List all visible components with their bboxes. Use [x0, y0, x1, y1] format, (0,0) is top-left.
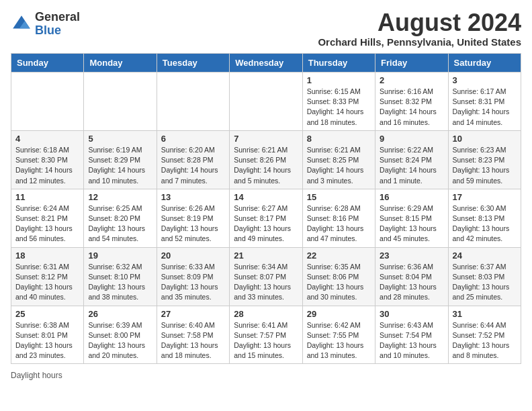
day-info: Sunrise: 6:21 AM Sunset: 8:25 PM Dayligh… [307, 145, 371, 186]
day-info: Sunrise: 6:20 AM Sunset: 8:28 PM Dayligh… [161, 145, 225, 186]
day-number: 5 [88, 134, 152, 144]
calendar-cell: 16Sunrise: 6:29 AM Sunset: 8:15 PM Dayli… [375, 189, 448, 247]
calendar-cell [84, 73, 157, 131]
calendar-cell: 3Sunrise: 6:17 AM Sunset: 8:31 PM Daylig… [448, 73, 521, 131]
day-info: Sunrise: 6:16 AM Sunset: 8:32 PM Dayligh… [380, 87, 443, 128]
calendar-cell [230, 73, 302, 131]
day-info: Sunrise: 6:33 AM Sunset: 8:09 PM Dayligh… [161, 262, 225, 303]
calendar-cell: 4Sunrise: 6:18 AM Sunset: 8:30 PM Daylig… [11, 130, 84, 189]
logo: General Blue [11, 11, 80, 38]
day-info: Sunrise: 6:32 AM Sunset: 8:10 PM Dayligh… [88, 262, 152, 303]
calendar-cell: 22Sunrise: 6:35 AM Sunset: 8:06 PM Dayli… [302, 247, 375, 306]
day-info: Sunrise: 6:27 AM Sunset: 8:17 PM Dayligh… [234, 203, 298, 244]
day-number: 8 [307, 134, 371, 144]
calendar-cell: 14Sunrise: 6:27 AM Sunset: 8:17 PM Dayli… [230, 189, 302, 247]
day-info: Sunrise: 6:24 AM Sunset: 8:21 PM Dayligh… [15, 203, 79, 244]
calendar-cell [157, 73, 229, 131]
day-number: 2 [380, 75, 443, 85]
day-info: Sunrise: 6:43 AM Sunset: 7:54 PM Dayligh… [380, 320, 443, 361]
day-number: 6 [161, 134, 225, 144]
calendar-cell: 31Sunrise: 6:44 AM Sunset: 7:52 PM Dayli… [448, 306, 521, 364]
day-number: 29 [307, 309, 371, 319]
day-header-wednesday: Wednesday [230, 54, 302, 73]
calendar-cell: 23Sunrise: 6:36 AM Sunset: 8:04 PM Dayli… [375, 247, 448, 306]
day-header-sunday: Sunday [11, 54, 84, 73]
calendar-cell: 6Sunrise: 6:20 AM Sunset: 8:28 PM Daylig… [157, 130, 229, 189]
day-info: Sunrise: 6:40 AM Sunset: 7:58 PM Dayligh… [161, 320, 225, 361]
calendar-week-row: 4Sunrise: 6:18 AM Sunset: 8:30 PM Daylig… [11, 130, 521, 189]
calendar-cell: 8Sunrise: 6:21 AM Sunset: 8:25 PM Daylig… [302, 130, 375, 189]
day-number: 20 [161, 250, 225, 261]
day-info: Sunrise: 6:30 AM Sunset: 8:13 PM Dayligh… [453, 203, 517, 244]
day-info: Sunrise: 6:37 AM Sunset: 8:03 PM Dayligh… [453, 262, 517, 303]
day-number: 14 [234, 192, 298, 202]
day-info: Sunrise: 6:38 AM Sunset: 8:01 PM Dayligh… [15, 320, 79, 361]
day-info: Sunrise: 6:35 AM Sunset: 8:06 PM Dayligh… [307, 262, 371, 303]
calendar-cell: 29Sunrise: 6:42 AM Sunset: 7:55 PM Dayli… [302, 306, 375, 364]
calendar-cell: 5Sunrise: 6:19 AM Sunset: 8:29 PM Daylig… [84, 130, 157, 189]
day-number: 19 [88, 250, 152, 261]
day-header-monday: Monday [84, 54, 157, 73]
day-info: Sunrise: 6:44 AM Sunset: 7:52 PM Dayligh… [453, 320, 517, 361]
day-number: 7 [234, 134, 298, 144]
day-info: Sunrise: 6:39 AM Sunset: 8:00 PM Dayligh… [88, 320, 152, 361]
calendar-cell: 25Sunrise: 6:38 AM Sunset: 8:01 PM Dayli… [11, 306, 84, 364]
day-info: Sunrise: 6:15 AM Sunset: 8:33 PM Dayligh… [307, 87, 371, 128]
day-number: 4 [15, 134, 79, 144]
day-number: 27 [161, 309, 225, 319]
calendar-cell: 28Sunrise: 6:41 AM Sunset: 7:57 PM Dayli… [230, 306, 302, 364]
logo-text: General Blue [35, 11, 80, 38]
day-info: Sunrise: 6:18 AM Sunset: 8:30 PM Dayligh… [15, 145, 79, 186]
day-info: Sunrise: 6:41 AM Sunset: 7:57 PM Dayligh… [234, 320, 298, 361]
calendar-cell: 9Sunrise: 6:22 AM Sunset: 8:24 PM Daylig… [375, 130, 448, 189]
day-info: Sunrise: 6:29 AM Sunset: 8:15 PM Dayligh… [380, 203, 443, 244]
day-number: 24 [453, 250, 517, 261]
logo-icon [11, 13, 32, 35]
calendar-week-row: 1Sunrise: 6:15 AM Sunset: 8:33 PM Daylig… [11, 73, 521, 131]
daylight-label: Daylight hours [11, 371, 62, 380]
logo-general: General [35, 10, 80, 24]
day-header-tuesday: Tuesday [157, 54, 229, 73]
calendar-cell: 18Sunrise: 6:31 AM Sunset: 8:12 PM Dayli… [11, 247, 84, 306]
day-number: 31 [453, 309, 517, 319]
day-number: 30 [380, 309, 443, 319]
day-header-thursday: Thursday [302, 54, 375, 73]
day-number: 16 [380, 192, 443, 202]
day-info: Sunrise: 6:34 AM Sunset: 8:07 PM Dayligh… [234, 262, 298, 303]
calendar-cell: 30Sunrise: 6:43 AM Sunset: 7:54 PM Dayli… [375, 306, 448, 364]
day-number: 10 [453, 134, 517, 144]
calendar-week-row: 25Sunrise: 6:38 AM Sunset: 8:01 PM Dayli… [11, 306, 521, 364]
day-number: 23 [380, 250, 443, 261]
day-number: 3 [453, 75, 517, 85]
day-header-saturday: Saturday [448, 54, 521, 73]
calendar-cell: 19Sunrise: 6:32 AM Sunset: 8:10 PM Dayli… [84, 247, 157, 306]
calendar-cell: 26Sunrise: 6:39 AM Sunset: 8:00 PM Dayli… [84, 306, 157, 364]
day-number: 28 [234, 309, 298, 319]
calendar-cell: 2Sunrise: 6:16 AM Sunset: 8:32 PM Daylig… [375, 73, 448, 131]
day-number: 11 [15, 192, 79, 202]
day-info: Sunrise: 6:17 AM Sunset: 8:31 PM Dayligh… [453, 87, 517, 128]
day-info: Sunrise: 6:19 AM Sunset: 8:29 PM Dayligh… [88, 145, 152, 186]
day-number: 9 [380, 134, 443, 144]
day-number: 26 [88, 309, 152, 319]
day-header-friday: Friday [375, 54, 448, 73]
day-info: Sunrise: 6:31 AM Sunset: 8:12 PM Dayligh… [15, 262, 79, 303]
footer: Daylight hours [11, 371, 521, 380]
month-title: August 2024 [318, 11, 521, 35]
calendar-cell: 27Sunrise: 6:40 AM Sunset: 7:58 PM Dayli… [157, 306, 229, 364]
day-info: Sunrise: 6:42 AM Sunset: 7:55 PM Dayligh… [307, 320, 371, 361]
calendar-week-row: 11Sunrise: 6:24 AM Sunset: 8:21 PM Dayli… [11, 189, 521, 247]
calendar-cell [11, 73, 84, 131]
calendar-week-row: 18Sunrise: 6:31 AM Sunset: 8:12 PM Dayli… [11, 247, 521, 306]
day-number: 25 [15, 309, 79, 319]
calendar-table: SundayMondayTuesdayWednesdayThursdayFrid… [11, 53, 521, 364]
day-number: 13 [161, 192, 225, 202]
calendar-cell: 15Sunrise: 6:28 AM Sunset: 8:16 PM Dayli… [302, 189, 375, 247]
calendar-cell: 12Sunrise: 6:25 AM Sunset: 8:20 PM Dayli… [84, 189, 157, 247]
calendar-cell: 13Sunrise: 6:26 AM Sunset: 8:19 PM Dayli… [157, 189, 229, 247]
day-info: Sunrise: 6:22 AM Sunset: 8:24 PM Dayligh… [380, 145, 443, 186]
calendar-cell: 17Sunrise: 6:30 AM Sunset: 8:13 PM Dayli… [448, 189, 521, 247]
calendar-cell: 10Sunrise: 6:23 AM Sunset: 8:23 PM Dayli… [448, 130, 521, 189]
calendar-cell: 7Sunrise: 6:21 AM Sunset: 8:26 PM Daylig… [230, 130, 302, 189]
day-info: Sunrise: 6:25 AM Sunset: 8:20 PM Dayligh… [88, 203, 152, 244]
